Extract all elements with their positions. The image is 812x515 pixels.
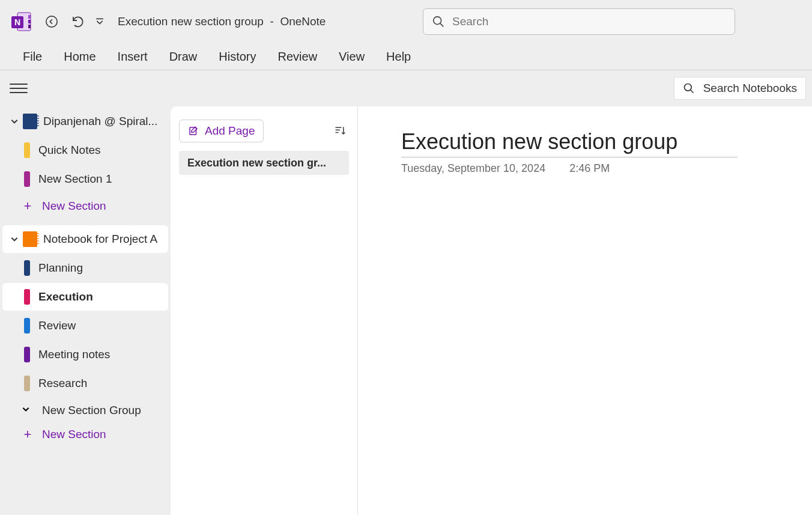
svg-point-8 bbox=[434, 17, 441, 25]
svg-line-11 bbox=[690, 90, 693, 93]
add-page-icon bbox=[188, 126, 199, 136]
page-date: Tuesday, September 10, 2024 bbox=[401, 162, 545, 175]
section-item-selected[interactable]: Execution bbox=[2, 283, 168, 311]
search-notebooks-button[interactable]: Search Notebooks bbox=[674, 77, 806, 100]
window-title: Execution new section group - OneNote bbox=[118, 15, 326, 28]
titlebar: N Execution new section group - OneNote bbox=[0, 0, 812, 43]
section-item[interactable]: Meeting notes bbox=[2, 341, 168, 368]
page-list-item-selected[interactable]: Execution new section gr... bbox=[179, 151, 349, 175]
ribbon-tab-insert[interactable]: Insert bbox=[107, 43, 159, 70]
section-label: Quick Notes bbox=[38, 144, 162, 157]
page-title-input[interactable]: Execution new section group bbox=[401, 129, 738, 157]
svg-line-9 bbox=[440, 23, 444, 27]
chevron-down-icon bbox=[22, 405, 34, 416]
section-color-tab bbox=[24, 260, 30, 276]
add-section-label: New Section bbox=[42, 428, 171, 441]
page-list-pane: Add Page Execution new section gr... bbox=[171, 106, 358, 515]
ribbon-tabs: File Home Insert Draw History Review Vie… bbox=[0, 43, 812, 70]
section-color-tab bbox=[24, 289, 30, 305]
sort-pages-button[interactable] bbox=[331, 122, 349, 140]
section-color-tab bbox=[24, 142, 30, 158]
section-label: Review bbox=[38, 319, 162, 332]
section-color-tab bbox=[24, 171, 30, 187]
undo-button[interactable] bbox=[67, 11, 89, 32]
ribbon-tab-home[interactable]: Home bbox=[53, 43, 106, 70]
section-color-tab bbox=[24, 376, 30, 391]
ribbon-tab-history[interactable]: History bbox=[208, 43, 267, 70]
search-box[interactable] bbox=[423, 8, 735, 35]
notebook-label: Dipanjenah @ Spiral... bbox=[43, 115, 162, 128]
section-item[interactable]: Review bbox=[2, 312, 168, 340]
add-section-button[interactable]: + New Section bbox=[0, 422, 171, 446]
svg-rect-3 bbox=[28, 25, 31, 28]
page-meta: Tuesday, September 10, 2024 2:46 PM bbox=[401, 162, 812, 175]
add-section-label: New Section bbox=[42, 200, 171, 213]
search-notebooks-label: Search Notebooks bbox=[703, 82, 797, 95]
onenote-app-icon: N bbox=[11, 11, 32, 32]
notebook-sidebar: Dipanjenah @ Spiral... Quick Notes New S… bbox=[0, 106, 171, 515]
navigation-toggle-button[interactable] bbox=[10, 79, 28, 97]
notebook-label: Notebook for Project A bbox=[43, 233, 162, 246]
svg-rect-2 bbox=[28, 20, 31, 23]
svg-rect-1 bbox=[28, 15, 31, 19]
plus-icon: + bbox=[22, 428, 34, 440]
main-content: Dipanjenah @ Spiral... Quick Notes New S… bbox=[0, 106, 812, 515]
ribbon-tab-file[interactable]: File bbox=[12, 43, 53, 70]
chevron-down-icon bbox=[8, 235, 20, 243]
section-label: Execution bbox=[38, 290, 162, 303]
page-title-label: Execution new section gr... bbox=[187, 157, 326, 169]
quick-access-dropdown[interactable] bbox=[91, 11, 108, 32]
section-label: Research bbox=[38, 377, 162, 390]
section-item[interactable]: Planning bbox=[2, 254, 168, 282]
section-label: New Section 1 bbox=[38, 172, 162, 186]
svg-text:N: N bbox=[14, 17, 20, 27]
section-group-item[interactable]: New Section Group bbox=[0, 398, 171, 422]
notebook-item[interactable]: Dipanjenah @ Spiral... bbox=[2, 108, 168, 135]
section-color-tab bbox=[24, 318, 30, 334]
section-item[interactable]: Quick Notes bbox=[2, 136, 168, 164]
page-canvas[interactable]: Execution new section group Tuesday, Sep… bbox=[358, 106, 812, 515]
add-page-label: Add Page bbox=[205, 124, 255, 138]
ribbon-tab-view[interactable]: View bbox=[328, 43, 375, 70]
notebook-icon bbox=[23, 114, 37, 129]
search-icon bbox=[432, 15, 445, 28]
subbar: Search Notebooks bbox=[0, 70, 812, 106]
ribbon-tab-review[interactable]: Review bbox=[267, 43, 329, 70]
plus-icon: + bbox=[22, 200, 34, 212]
svg-point-6 bbox=[46, 16, 57, 27]
back-button[interactable] bbox=[41, 11, 62, 32]
page-time: 2:46 PM bbox=[569, 162, 610, 175]
section-label: Planning bbox=[38, 261, 162, 275]
ribbon-tab-help[interactable]: Help bbox=[375, 43, 422, 70]
search-input[interactable] bbox=[452, 15, 726, 28]
section-label: Meeting notes bbox=[38, 348, 162, 361]
svg-point-10 bbox=[684, 84, 691, 91]
sort-icon bbox=[334, 125, 346, 137]
notebook-item[interactable]: Notebook for Project A bbox=[2, 225, 168, 253]
notebook-icon bbox=[23, 231, 37, 247]
add-section-button[interactable]: + New Section bbox=[0, 194, 171, 218]
chevron-down-icon bbox=[8, 117, 20, 126]
section-group-label: New Section Group bbox=[42, 404, 171, 417]
section-item[interactable]: Research bbox=[2, 370, 168, 397]
section-color-tab bbox=[24, 347, 30, 362]
search-icon bbox=[683, 82, 695, 94]
ribbon-tab-draw[interactable]: Draw bbox=[159, 43, 208, 70]
section-item[interactable]: New Section 1 bbox=[2, 165, 168, 193]
add-page-button[interactable]: Add Page bbox=[179, 120, 264, 142]
